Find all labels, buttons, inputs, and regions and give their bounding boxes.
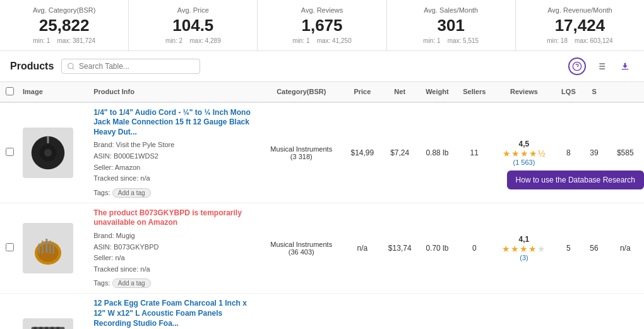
svg-point-13: [44, 149, 52, 157]
svg-rect-14: [47, 136, 49, 143]
products-table: Image Product Info Category(BSR) Price N…: [0, 82, 644, 329]
table-wrap: Image Product Info Category(BSR) Price N…: [0, 82, 644, 329]
download-button[interactable]: [616, 57, 634, 75]
row-checkbox[interactable]: [6, 243, 14, 251]
weight-cell: 0.90 lb: [419, 294, 456, 329]
sellers-cell: 11: [456, 102, 493, 203]
list-view-button[interactable]: [592, 57, 610, 75]
star-full: ★: [529, 148, 537, 159]
product-image-cell: [19, 294, 90, 329]
price-cell: $12,99: [343, 294, 381, 329]
net-cell: $5,68: [381, 294, 419, 329]
search-wrap[interactable]: [61, 59, 200, 74]
stat-value: 17,424: [526, 16, 634, 35]
svg-rect-18: [42, 241, 43, 254]
sellers-cell: 1: [456, 294, 493, 329]
weight-cell: 0.70 lb: [419, 203, 456, 294]
toolbar-actions: [568, 57, 634, 75]
stat-value: 25,822: [10, 16, 118, 35]
product-image-cell: [19, 203, 90, 294]
stat-range: min: 2 max: 4,289: [139, 37, 247, 44]
row-checkbox-cell[interactable]: [0, 294, 19, 329]
net-cell: $7,24: [381, 102, 419, 203]
s-cell: 115: [582, 294, 607, 329]
product-title[interactable]: 1/4" to 1/4" Audio Cord - ¼" to ¼ Inch M…: [93, 108, 255, 138]
product-info-cell: The product B073GKYBPD is temporarily un…: [90, 203, 259, 294]
price-cell: n/a: [343, 203, 381, 294]
stat-range: min: 1 max: 381,724: [10, 37, 118, 44]
header-lqs: LQS: [555, 82, 581, 102]
svg-point-0: [68, 63, 73, 68]
revenue-cell: $1 494: [607, 294, 644, 329]
table-container: How to use the Database Research Image P…: [0, 82, 644, 329]
header-net: Net: [381, 82, 419, 102]
table-row: The product B073GKYBPD is temporarily un…: [0, 203, 644, 294]
tooltip-box: How to use the Database Research: [507, 170, 644, 189]
header-sellers: Sellers: [456, 82, 493, 102]
category-cell: Musical Instruments(36 403): [259, 203, 343, 294]
stat-card-1: Avg. Price 104.5 min: 2 max: 4,289: [129, 0, 258, 51]
help-button[interactable]: [568, 57, 586, 75]
stat-label: Avg. Revenue/Month: [526, 6, 634, 14]
header-extra: [607, 82, 644, 102]
select-all-checkbox[interactable]: [6, 87, 14, 95]
category-cell: Musical Instruments(8 690): [259, 294, 343, 329]
svg-line-1: [73, 68, 74, 69]
reviews-count[interactable]: (3): [497, 254, 552, 261]
revenue-cell: n/a: [607, 203, 644, 294]
stat-card-3: Avg. Sales/Month 301 min: 1 max: 5,515: [387, 0, 516, 51]
star-full: ★: [520, 244, 528, 254]
table-header-row: Image Product Info Category(BSR) Price N…: [0, 82, 644, 102]
stat-value: 1,675: [268, 16, 376, 35]
product-meta: Brand: Visit the Pyle Store ASIN: B000E1…: [93, 140, 255, 184]
sellers-cell: 0: [456, 203, 493, 294]
product-meta: Brand: Mugig ASIN: B073GKYBPD Seller: n/…: [93, 230, 255, 275]
net-cell: $13,74: [381, 203, 419, 294]
header-s: S: [582, 82, 607, 102]
search-icon: [67, 62, 75, 71]
product-image: [23, 318, 73, 329]
product-image: [23, 223, 73, 273]
lqs-cell: 5: [555, 203, 581, 294]
stat-range: min: 1 max: 41,250: [268, 37, 376, 44]
row-checkbox-cell[interactable]: [0, 102, 19, 203]
rating-value: 4,1: [497, 235, 552, 244]
lqs-cell: 7: [555, 294, 581, 329]
product-info-cell: 1/4" to 1/4" Audio Cord - ¼" to ¼ Inch M…: [90, 102, 259, 203]
product-title[interactable]: 12 Pack Egg Crate Foam Charcoal 1 Inch x…: [93, 299, 255, 328]
header-checkbox[interactable]: [0, 82, 19, 102]
header-image: Image: [19, 82, 90, 102]
product-title[interactable]: The product B073GKYBPD is temporarily un…: [93, 208, 255, 228]
star-empty: ★: [537, 244, 546, 254]
row-checkbox[interactable]: [6, 148, 14, 156]
tags-area: Tags: Add a tag: [93, 277, 255, 288]
stat-range: min: 1 max: 5,515: [397, 37, 505, 44]
stars: ★★★★★: [497, 244, 552, 254]
svg-rect-20: [39, 244, 40, 254]
star-full: ★: [520, 148, 528, 159]
row-checkbox-cell[interactable]: [0, 203, 19, 294]
stat-label: Avg. Category(BSR): [10, 6, 118, 14]
star-full: ★: [511, 244, 519, 254]
star-full: ★: [528, 244, 537, 254]
stat-label: Avg. Sales/Month: [397, 6, 505, 14]
stats-bar: Avg. Category(BSR) 25,822 min: 1 max: 38…: [0, 0, 644, 51]
svg-point-16: [38, 244, 59, 262]
stat-label: Avg. Reviews: [268, 6, 376, 14]
stat-value: 301: [397, 16, 505, 35]
reviews-cell: 4,4 ★★★★½ (937): [493, 294, 556, 329]
star-full: ★: [502, 244, 510, 254]
stat-range: min: 18 max: 603,124: [526, 37, 634, 44]
header-reviews: Reviews: [493, 82, 556, 102]
add-tag-button[interactable]: Add a tag: [112, 278, 151, 288]
tags-area: Tags: Add a tag: [93, 187, 255, 198]
svg-rect-17: [45, 239, 47, 253]
star-full: ★: [503, 148, 511, 159]
reviews-count[interactable]: (1 563): [497, 159, 552, 166]
category-cell: Musical Instruments(3 318): [259, 102, 343, 203]
stat-label: Avg. Price: [139, 6, 247, 14]
rating-value: 4,5: [497, 140, 552, 148]
header-price: Price: [343, 82, 381, 102]
add-tag-button[interactable]: Add a tag: [112, 188, 151, 198]
search-input[interactable]: [79, 62, 194, 71]
